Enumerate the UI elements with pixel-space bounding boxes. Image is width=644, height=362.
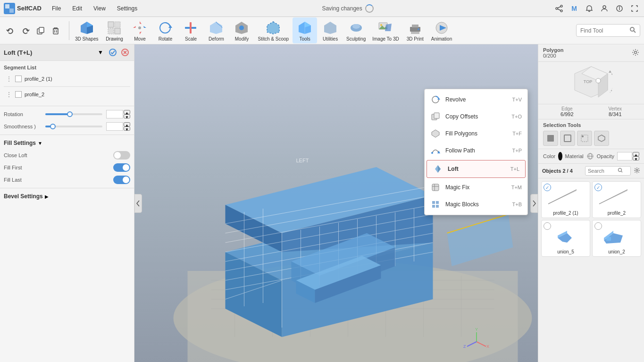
rotation-up[interactable]: ▲	[124, 110, 130, 114]
panel-confirm-button[interactable]	[108, 47, 118, 58]
segment-name-0: profile_2 (1)	[25, 76, 52, 82]
tool-image-to-3d[interactable]: Image To 3D	[369, 17, 402, 43]
panel-close-button[interactable]	[120, 47, 130, 58]
rotation-down[interactable]: ▼	[124, 114, 130, 118]
search-input[interactable]	[588, 168, 616, 174]
dropdown-item-magic-blocks[interactable]: Magic Blocks T+B	[425, 196, 527, 213]
segment-item-0[interactable]: ⋮ profile_2 (1)	[4, 73, 130, 84]
smoothness-up[interactable]: ▲	[124, 122, 130, 126]
fill-first-label: Fill First	[4, 165, 109, 170]
find-tool-search[interactable]	[576, 24, 640, 37]
vertex-section: Vertex 8/341	[609, 106, 622, 117]
delete-button[interactable]	[49, 24, 62, 37]
drawing-icon	[106, 19, 123, 36]
svg-marker-103	[447, 214, 513, 266]
smoothness-down[interactable]: ▼	[124, 126, 130, 131]
rotation-slider[interactable]	[45, 113, 102, 115]
m-icon[interactable]: M	[569, 3, 580, 14]
object-card-1[interactable]: ✓ profile_2	[592, 181, 641, 218]
follow-path-label: Follow Path	[445, 147, 508, 154]
dropdown-item-loft[interactable]: Loft T+L	[427, 160, 526, 178]
share-icon[interactable]	[553, 3, 565, 14]
color-picker[interactable]	[558, 152, 562, 160]
clone-button[interactable]	[34, 24, 47, 37]
fill-settings-header[interactable]: Fill Settings ▼	[0, 137, 134, 149]
dropdown-item-fill-polygons[interactable]: Fill Polygons T+F	[425, 125, 527, 142]
follow-path-shortcut: T+P	[512, 148, 522, 153]
undo-redo-group	[4, 24, 62, 37]
notification-icon[interactable]	[584, 3, 595, 14]
smoothness-value[interactable]: 1	[106, 122, 123, 131]
segment-item-1[interactable]: ⋮ profile_2	[4, 89, 130, 100]
tool-modify[interactable]: Modify	[229, 17, 254, 43]
rotation-value[interactable]: 0	[106, 110, 123, 118]
right-panel: Polygon 0/200 TOP	[538, 44, 644, 362]
objects-settings-icon[interactable]	[634, 167, 640, 175]
tool-drawing[interactable]: Drawing	[102, 17, 126, 43]
segment-checkbox-1[interactable]	[15, 91, 22, 98]
tool-utilities[interactable]: Utilities	[318, 17, 343, 43]
bevel-settings-header[interactable]: Bevel Settings ▶	[0, 190, 134, 202]
select-object-button[interactable]	[594, 131, 609, 146]
panel-dropdown-icon[interactable]: ▼	[95, 47, 106, 58]
fill-last-toggle[interactable]	[113, 176, 130, 184]
viewport: LEFT X Y Z	[134, 44, 538, 362]
dropdown-item-magic-fix[interactable]: Magic Fix T+M	[425, 179, 527, 196]
tool-tools[interactable]: Tools	[293, 17, 317, 43]
select-edge-button[interactable]	[560, 131, 575, 146]
dropdown-item-revolve[interactable]: Revolve T+V	[425, 91, 527, 108]
object-card-3[interactable]: union_2	[592, 220, 641, 257]
tool-sculpting[interactable]: Sculpting	[343, 17, 368, 43]
tool-stitch-scoop[interactable]: Stitch & Scoop	[255, 17, 292, 43]
edit-menu[interactable]: Edit	[67, 3, 87, 14]
tool-deform[interactable]: Deform	[204, 17, 228, 43]
nav-cube-svg[interactable]: TOP	[570, 64, 612, 102]
opacity-up[interactable]: ▲	[633, 152, 639, 156]
objects-grid: ✓ profile_2 (1) ✓ profile_2	[538, 178, 644, 260]
svg-point-7	[603, 6, 606, 8]
object-card-2[interactable]: union_5	[541, 220, 590, 257]
view-menu[interactable]: View	[89, 3, 110, 14]
selection-tools-section: Selection Tools	[538, 119, 644, 149]
polygon-info: Polygon 0/200	[538, 44, 644, 62]
redo-button[interactable]	[19, 24, 32, 37]
object-card-0[interactable]: ✓ profile_2 (1)	[541, 181, 590, 218]
settings-menu[interactable]: Settings	[112, 3, 142, 14]
opacity-input[interactable]: 100	[617, 152, 632, 160]
tool-scale[interactable]: Scale	[178, 17, 203, 43]
settings-gear-icon[interactable]	[632, 49, 639, 58]
collapse-left-button[interactable]	[134, 194, 142, 213]
fill-first-toggle[interactable]	[113, 163, 130, 172]
material-button[interactable]	[586, 152, 594, 160]
find-tool-input[interactable]	[580, 27, 627, 34]
tool-3d-shapes[interactable]: 3D Shapes	[72, 17, 101, 43]
drag-handle-0: ⋮	[6, 75, 12, 83]
dropdown-item-copy-offsets[interactable]: Copy Offsets T+O	[425, 108, 527, 125]
svg-rect-127	[436, 205, 439, 208]
undo-button[interactable]	[4, 24, 17, 37]
tool-rotate[interactable]: Rotate	[153, 17, 177, 43]
object-name-2: union_5	[544, 249, 588, 254]
opacity-down[interactable]: ▼	[633, 156, 639, 160]
collapse-right-button[interactable]	[530, 194, 538, 213]
dropdown-item-follow-path[interactable]: Follow Path T+P	[425, 142, 527, 159]
file-menu[interactable]: File	[47, 3, 66, 14]
segment-checkbox-0[interactable]	[15, 76, 22, 82]
user-icon[interactable]	[599, 3, 610, 14]
svg-point-10	[619, 7, 619, 7]
close-loft-toggle[interactable]	[113, 151, 130, 160]
svg-line-6	[558, 9, 560, 10]
select-face-button[interactable]	[543, 131, 558, 146]
object-check-1: ✓	[594, 184, 602, 191]
deform-icon	[208, 19, 225, 36]
select-vertex-button[interactable]	[577, 131, 592, 146]
left-panel: Loft (T+L) ▼ Segment List ⋮ profile_2 (1…	[0, 44, 134, 362]
tool-3d-print[interactable]: 3D Print	[403, 17, 427, 43]
tool-animation[interactable]: Animation	[428, 17, 455, 43]
svg-point-3	[556, 8, 558, 9]
info-icon[interactable]	[614, 3, 625, 14]
fullscreen-icon[interactable]	[629, 3, 640, 14]
tool-move[interactable]: Move	[127, 17, 152, 43]
tool-stitch-scoop-label: Stitch & Scoop	[258, 36, 289, 42]
smoothness-slider[interactable]	[45, 126, 102, 127]
